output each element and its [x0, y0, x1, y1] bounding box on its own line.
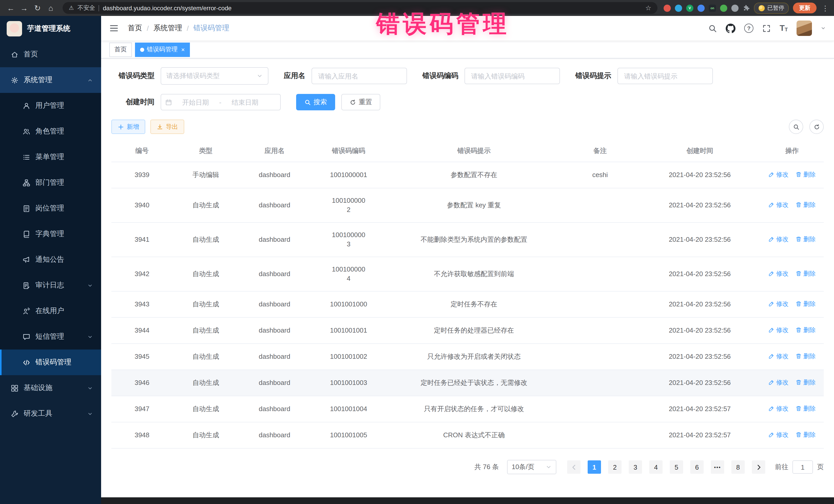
update-button[interactable]: 更新 — [793, 3, 816, 13]
prev-page-button[interactable] — [567, 460, 580, 474]
edit-link[interactable]: 修改 — [768, 170, 788, 179]
cell-hint: 定时任务已经处于该状态，无需修改 — [387, 370, 561, 396]
edit-link[interactable]: 修改 — [768, 325, 788, 335]
export-button[interactable]: 导出 — [150, 119, 184, 134]
sidebar-item-system[interactable]: 系统管理 — [0, 67, 101, 93]
back-icon[interactable]: ← — [5, 2, 17, 14]
home-icon[interactable]: ⌂ — [45, 2, 57, 14]
sidebar-item-online-user[interactable]: 在线用户 — [0, 298, 101, 324]
page-button[interactable]: 6 — [690, 460, 704, 474]
paused-badge[interactable]: 已暂停 — [754, 2, 789, 14]
breadcrumb-item[interactable]: 系统管理 — [153, 24, 182, 33]
address-bar[interactable]: ⚠ 不安全 dashboard.yudao.iocoder.cn/system/… — [63, 2, 657, 14]
edit-link[interactable]: 修改 — [768, 299, 788, 308]
edit-link[interactable]: 修改 — [768, 378, 788, 387]
table-row: 3939手动编辑dashboard1001000001参数配置不存在ceshi2… — [111, 162, 824, 188]
sidebar-item-dict[interactable]: 字典管理 — [0, 221, 101, 247]
sidebar-item-dept[interactable]: 部门管理 — [0, 170, 101, 196]
sms-icon — [23, 333, 30, 341]
app-name-input[interactable] — [311, 68, 407, 84]
sidebar-item-dev-tools[interactable]: 研发工具 — [0, 401, 101, 426]
extension-icon[interactable]: V — [686, 4, 694, 12]
goto-page-input[interactable] — [792, 460, 813, 474]
sidebar-item-sms[interactable]: 短信管理 — [0, 324, 101, 350]
edit-link[interactable]: 修改 — [768, 269, 788, 278]
search-icon[interactable] — [708, 24, 717, 32]
chevron-down-icon[interactable] — [821, 26, 826, 31]
error-code-input[interactable] — [464, 68, 560, 84]
sidebar-item-user[interactable]: 用户管理 — [0, 93, 101, 118]
extension-icon[interactable] — [664, 4, 671, 12]
menu-list-icon — [23, 153, 30, 161]
delete-link[interactable]: 删除 — [795, 299, 815, 308]
date-start-input[interactable] — [173, 98, 218, 107]
extension-icon[interactable]: on — [709, 4, 716, 12]
column-header: 操作 — [760, 140, 824, 162]
fullscreen-icon[interactable] — [762, 24, 771, 32]
delete-link[interactable]: 删除 — [795, 200, 815, 210]
refresh-button[interactable] — [809, 119, 824, 134]
extension-icon[interactable] — [731, 4, 739, 12]
delete-link[interactable]: 删除 — [795, 235, 815, 244]
page-button[interactable]: 2 — [608, 460, 621, 474]
tab-close-icon[interactable]: × — [181, 46, 185, 53]
help-icon[interactable]: ? — [744, 24, 753, 33]
delete-link[interactable]: 删除 — [795, 430, 815, 439]
extension-icon[interactable] — [698, 4, 705, 12]
page-size-select[interactable]: 10条/页 — [507, 460, 556, 474]
add-button[interactable]: 新增 — [111, 119, 145, 134]
search-toggle-button[interactable] — [789, 119, 803, 134]
edit-link[interactable]: 修改 — [768, 200, 788, 210]
next-page-button[interactable] — [752, 460, 765, 474]
page-button[interactable]: 4 — [649, 460, 663, 474]
sidebar-item-home[interactable]: 首页 — [0, 42, 101, 67]
user-avatar[interactable] — [796, 21, 812, 36]
edit-link[interactable]: 修改 — [768, 430, 788, 439]
delete-link[interactable]: 删除 — [795, 325, 815, 335]
edit-link[interactable]: 修改 — [768, 404, 788, 413]
tab-0[interactable]: 首页 — [109, 42, 132, 57]
page-button[interactable]: 1 — [588, 460, 601, 474]
trash-icon — [795, 327, 802, 333]
edit-link[interactable]: 修改 — [768, 352, 788, 361]
extension-icon[interactable] — [720, 4, 727, 12]
reload-icon[interactable]: ↻ — [32, 2, 43, 14]
delete-link[interactable]: 删除 — [795, 404, 815, 413]
sidebar-item-notice[interactable]: 通知公告 — [0, 247, 101, 272]
table-row: 3942自动生成dashboard100100000 4不允许获取敏感配置到前端… — [111, 257, 824, 291]
sidebar-item-post[interactable]: 岗位管理 — [0, 196, 101, 221]
sidebar-item-audit-log[interactable]: 审计日志 — [0, 272, 101, 298]
pager-ellipsis[interactable]: ••• — [711, 460, 724, 474]
sidebar-item-infra[interactable]: 基础设施 — [0, 375, 101, 401]
forward-icon[interactable]: → — [19, 2, 30, 14]
tab-active[interactable]: 错误码管理× — [135, 42, 190, 57]
extension-icon[interactable] — [675, 4, 682, 12]
reset-button[interactable]: 重置 — [341, 94, 380, 110]
sidebar-item-role[interactable]: 角色管理 — [0, 118, 101, 144]
sidebar-toggle-icon[interactable] — [109, 24, 118, 33]
font-size-icon[interactable]: TT — [780, 24, 788, 32]
add-button-label: 新增 — [127, 123, 139, 131]
delete-link[interactable]: 删除 — [795, 269, 815, 278]
puzzle-extension-icon[interactable] — [743, 4, 750, 12]
app-logo[interactable]: 芋道管理系统 — [0, 16, 101, 42]
error-type-select[interactable]: 请选择错误码类型 — [161, 67, 268, 85]
page-button[interactable]: 5 — [670, 460, 683, 474]
page-button[interactable]: 3 — [629, 460, 642, 474]
delete-link[interactable]: 删除 — [795, 352, 815, 361]
delete-link[interactable]: 删除 — [795, 170, 815, 179]
not-secure-warning-icon: ⚠ — [69, 5, 74, 11]
breadcrumb-item[interactable]: 首页 — [128, 24, 142, 33]
date-range-picker[interactable]: - — [161, 94, 281, 110]
sidebar-item-error-code[interactable]: 错误码管理 — [0, 350, 101, 375]
browser-menu-icon[interactable]: ⋮ — [822, 4, 829, 12]
bookmark-star-icon[interactable]: ☆ — [645, 4, 651, 12]
edit-link[interactable]: 修改 — [768, 235, 788, 244]
error-hint-input[interactable] — [617, 68, 713, 84]
search-button[interactable]: 搜索 — [296, 94, 335, 110]
delete-link[interactable]: 删除 — [795, 378, 815, 387]
date-end-input[interactable] — [222, 98, 268, 107]
page-button[interactable]: 8 — [731, 460, 745, 474]
github-icon[interactable] — [726, 23, 736, 33]
sidebar-item-menu[interactable]: 菜单管理 — [0, 144, 101, 170]
